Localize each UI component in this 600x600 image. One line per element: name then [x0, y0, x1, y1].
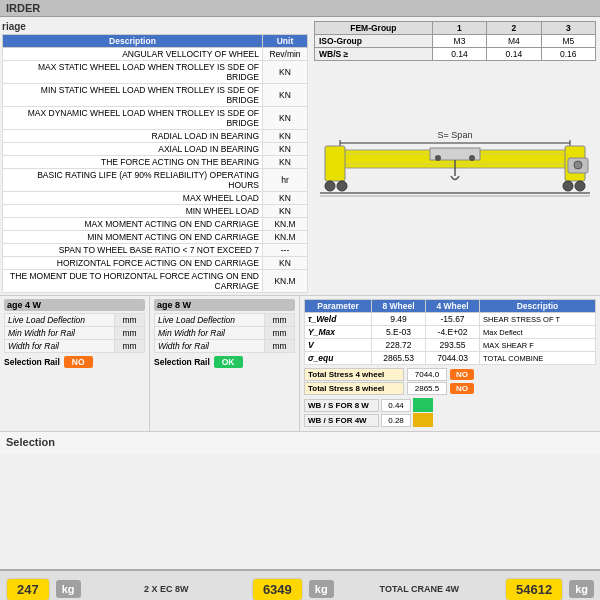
- svg-point-19: [574, 161, 582, 169]
- unit-cell: hr: [263, 169, 308, 192]
- top-section: riage Description Unit ANGULAR VELLOCITY…: [0, 17, 600, 296]
- wheel-unit-cell: mm: [115, 340, 145, 353]
- fem-table: FEM-Group123 ISO-GroupM3M4M5WB/S ≥0.140.…: [314, 21, 596, 61]
- desc-cell: HORIZONTAL FORCE ACTING ON END CARRIAGE: [3, 257, 263, 270]
- wheel-table-row: Live Load Deflectionmm: [155, 314, 295, 327]
- param-cell: Y_Max: [305, 326, 372, 339]
- fem-cell: 0.14: [487, 48, 541, 61]
- wbs-color-indicator: [413, 398, 433, 412]
- svg-rect-6: [325, 146, 345, 181]
- wheel8w-selection-badge: OK: [214, 356, 243, 368]
- wbs-row: WB / S FOR 8 W0.44: [304, 398, 596, 412]
- desc-cell: MAX WHEEL LOAD: [3, 192, 263, 205]
- bottom-bar: 247 kg 2 X EC 8W 6349 kg TOTAL CRANE 4W …: [0, 569, 600, 600]
- wheel-label-cell: Live Load Deflection: [5, 314, 115, 327]
- bottom-unit3: kg: [569, 580, 594, 598]
- param-table-row: σ_equ2865.537044.03TOTAL COMBINE: [305, 352, 596, 365]
- desc-cell: MAX DYNAMIC WHEEL LOAD WHEN TROLLEY IS S…: [3, 107, 263, 130]
- unit-cell: KN: [263, 84, 308, 107]
- svg-point-14: [469, 155, 475, 161]
- unit-cell: KN.M: [263, 218, 308, 231]
- wheel-table-row: Width for Railmm: [155, 340, 295, 353]
- desc-table-row: BASIC RATING LIFE (AT 90% RELIABILITY) O…: [3, 169, 308, 192]
- wheel4w-section: age 4 W Live Load DeflectionmmMin Width …: [0, 296, 150, 431]
- desc-table-row: MIN STATIC WHEEL LOAD WHEN TROLLEY IS SD…: [3, 84, 308, 107]
- svg-point-11: [575, 181, 585, 191]
- unit-cell: Rev/min: [263, 48, 308, 61]
- bottom-unit2: kg: [309, 580, 334, 598]
- desc-table-row: HORIZONTAL FORCE ACTING ON END CARRIAGEK…: [3, 257, 308, 270]
- svg-point-8: [325, 181, 335, 191]
- wheel-label-cell: Width for Rail: [155, 340, 265, 353]
- wbs-area: WB / S FOR 8 W0.44WB / S FOR 4W0.28: [304, 398, 596, 427]
- fem-header-cell: FEM-Group: [315, 22, 433, 35]
- desc-cell: AXIAL LOAD IN BEARING: [3, 143, 263, 156]
- wheel8w-selection-label: Selection Rail: [154, 357, 210, 367]
- param-header-cell: Parameter: [305, 300, 372, 313]
- desc-table-row: ANGULAR VELLOCITY OF WHEELRev/min: [3, 48, 308, 61]
- param-cell: -4.E+02: [426, 326, 480, 339]
- svg-point-13: [435, 155, 441, 161]
- param-cell: MAX SHEAR F: [480, 339, 596, 352]
- svg-point-10: [563, 181, 573, 191]
- wheel-label-cell: Min Width for Rail: [155, 327, 265, 340]
- param-cell: TOTAL COMBINE: [480, 352, 596, 365]
- wheel4w-selection-label: Selection Rail: [4, 357, 60, 367]
- desc-cell: MIN MOMENT ACTING ON END CARRIAGE: [3, 231, 263, 244]
- crane-diagram: S= Span: [314, 65, 596, 291]
- col-header-description: Description: [3, 35, 263, 48]
- unit-cell: KN.M: [263, 231, 308, 244]
- desc-cell: BASIC RATING LIFE (AT 90% RELIABILITY) O…: [3, 169, 263, 192]
- bottom-weight1: 247: [6, 578, 50, 601]
- stress-rows: Total Stress 4 wheel7044.0NOTotal Stress…: [304, 368, 596, 395]
- unit-cell: KN: [263, 107, 308, 130]
- wheel4w-table: Live Load DeflectionmmMin Width for Rail…: [4, 313, 145, 353]
- desc-table-row: MIN MOMENT ACTING ON END CARRIAGEKN.M: [3, 231, 308, 244]
- desc-table-row: MAX DYNAMIC WHEEL LOAD WHEN TROLLEY IS S…: [3, 107, 308, 130]
- desc-cell: MIN WHEEL LOAD: [3, 205, 263, 218]
- param-header-cell: 8 Wheel: [372, 300, 426, 313]
- stress-row: Total Stress 4 wheel7044.0NO: [304, 368, 596, 381]
- selection-section: Selection: [0, 432, 600, 454]
- param-cell: -15.67: [426, 313, 480, 326]
- unit-cell: KN.M: [263, 270, 308, 293]
- param-area: Parameter8 Wheel4 WheelDescriptio τ_Weld…: [300, 296, 600, 431]
- stress-row: Total Stress 8 wheel2865.5NO: [304, 382, 596, 395]
- wheel-unit-cell: mm: [115, 314, 145, 327]
- param-header-cell: Descriptio: [480, 300, 596, 313]
- fem-table-row: WB/S ≥0.140.140.16: [315, 48, 596, 61]
- wheel-table-row: Min Width for Railmm: [5, 327, 145, 340]
- param-cell: V: [305, 339, 372, 352]
- wheel-label-cell: Min Width for Rail: [5, 327, 115, 340]
- desc-table-row: THE MOMENT DUE TO HORIZONTAL FORCE ACTIN…: [3, 270, 308, 293]
- middle-section: age 4 W Live Load DeflectionmmMin Width …: [0, 296, 600, 432]
- desc-cell: MIN STATIC WHEEL LOAD WHEN TROLLEY IS SD…: [3, 84, 263, 107]
- wheel8w-title: age 8 W: [154, 299, 295, 311]
- fem-header-cell: 2: [487, 22, 541, 35]
- svg-point-9: [337, 181, 347, 191]
- crane-svg: S= Span: [320, 128, 590, 228]
- wheel-label-cell: Width for Rail: [5, 340, 115, 353]
- wheel4w-title: age 4 W: [4, 299, 145, 311]
- wbs-row: WB / S FOR 4W0.28: [304, 413, 596, 427]
- main-container: riage Description Unit ANGULAR VELLOCITY…: [0, 17, 600, 600]
- wbs-color-indicator: [413, 413, 433, 427]
- wbs-label: WB / S FOR 4W: [304, 414, 379, 427]
- fem-header-cell: 3: [541, 22, 595, 35]
- wbs-value: 0.28: [381, 414, 411, 427]
- param-table-row: V228.72293.55MAX SHEAR F: [305, 339, 596, 352]
- param-cell: 7044.03: [426, 352, 480, 365]
- wheel8w-selection-row: Selection Rail OK: [154, 356, 295, 368]
- col-header-unit: Unit: [263, 35, 308, 48]
- param-cell: σ_equ: [305, 352, 372, 365]
- desc-table-row: THE FORCE ACTING ON THE BEARINGKN: [3, 156, 308, 169]
- right-diagram-area: FEM-Group123 ISO-GroupM3M4M5WB/S ≥0.140.…: [310, 17, 600, 295]
- stress-value: 7044.0: [407, 368, 447, 381]
- desc-cell: ANGULAR VELLOCITY OF WHEEL: [3, 48, 263, 61]
- bottom-desc: 2 X EC 8W: [87, 584, 246, 594]
- desc-table-row: AXIAL LOAD IN BEARINGKN: [3, 143, 308, 156]
- selection-title: Selection: [6, 436, 594, 448]
- wheel-unit-cell: mm: [265, 314, 295, 327]
- fem-cell: M3: [432, 35, 486, 48]
- wheel8w-section: age 8 W Live Load DeflectionmmMin Width …: [150, 296, 300, 431]
